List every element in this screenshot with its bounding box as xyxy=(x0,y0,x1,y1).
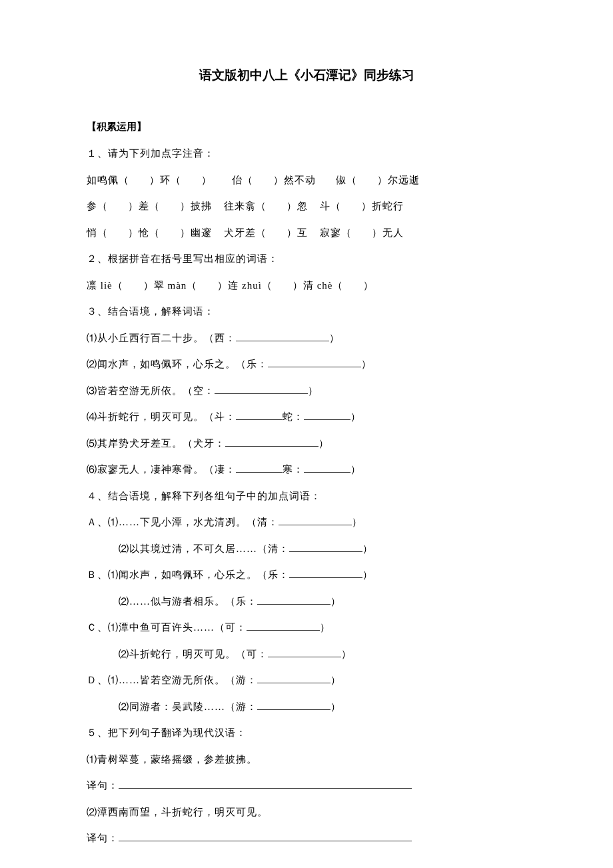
text: ）清 chè（ xyxy=(293,280,344,291)
q4-D1: Ｄ、⑴……皆若空游无所依。（游：） xyxy=(87,672,526,689)
blank[interactable] xyxy=(253,175,273,185)
text: ⑶皆若空游无所依。（空： xyxy=(87,385,215,396)
blank[interactable] xyxy=(268,357,361,367)
text: ）幽邃 xyxy=(180,227,212,238)
text: ） xyxy=(363,280,374,291)
text: ） xyxy=(361,359,372,369)
text: Ｃ、⑴潭中鱼可百许头……（可： xyxy=(87,622,247,633)
text: ）忽 xyxy=(287,201,308,211)
blank[interactable] xyxy=(268,647,341,657)
q2-line1: 凛 liè（ ）翠 màn（ ）连 zhuì（ ）清 chè（ ） xyxy=(87,277,526,295)
text: 往来翕（ xyxy=(224,201,267,211)
blank[interactable] xyxy=(289,542,362,552)
text: 犬牙差（ xyxy=(224,227,267,238)
blank[interactable] xyxy=(247,621,320,631)
text: 寂寥（ xyxy=(320,227,352,238)
text: ） xyxy=(329,333,340,343)
text: ）无人 xyxy=(372,227,404,238)
text: 参（ xyxy=(87,201,108,211)
text: ⑵……似与游者相乐。（乐： xyxy=(119,596,257,607)
text: ）环（ xyxy=(149,175,181,185)
blank[interactable] xyxy=(279,515,352,525)
blank[interactable] xyxy=(236,331,329,341)
blank[interactable] xyxy=(257,595,330,605)
q3-item2: ⑵闻水声，如鸣佩环，心乐之。（乐：） xyxy=(87,356,526,373)
q1-line2: 参（ ）差（ ）披拂往来翕（ ）忽斗（ ）折蛇行 xyxy=(87,198,526,215)
text: ） xyxy=(352,517,362,527)
q3-prompt: ３、结合语境，解释词语： xyxy=(87,303,526,321)
q5-item2: ⑵潭西南而望，斗折蛇行，明灭可见。 xyxy=(87,804,526,821)
blank[interactable] xyxy=(267,201,287,211)
q4-D2: ⑵同游者：吴武陵……（游：） xyxy=(87,699,526,716)
blank[interactable] xyxy=(236,463,283,473)
q5-trans2: 译句： xyxy=(87,830,526,847)
blank[interactable] xyxy=(304,410,350,420)
blank[interactable] xyxy=(257,700,330,710)
text: ）然不动 xyxy=(273,175,316,185)
text: ⑴从小丘西行百二十步。（西： xyxy=(87,333,236,343)
text: ）折蛇行 xyxy=(361,201,404,211)
q4-A1: Ａ、⑴……下见小潭，水尤清冽。（清：） xyxy=(87,514,526,531)
text: ） xyxy=(318,438,329,449)
blank[interactable] xyxy=(108,201,128,211)
text: ） xyxy=(201,175,212,185)
section-header-1: 【积累运用】 xyxy=(87,121,526,133)
q3-item5: ⑸其岸势犬牙差互。（犬牙：） xyxy=(87,435,526,453)
text: 佁（ xyxy=(232,175,253,185)
blank[interactable] xyxy=(119,831,412,841)
text: ） xyxy=(362,543,373,554)
text: ） xyxy=(330,701,341,712)
blank[interactable] xyxy=(225,437,318,447)
blank[interactable] xyxy=(304,463,350,473)
q4-B2: ⑵……似与游者相乐。（乐：） xyxy=(87,593,526,611)
text: ） xyxy=(320,622,330,633)
blank[interactable] xyxy=(129,175,149,185)
text: ⑵同游者：吴武陵……（游： xyxy=(119,701,257,712)
q4-A2: ⑵以其境过清，不可久居……（清：） xyxy=(87,541,526,558)
text: 如鸣佩（ xyxy=(87,175,129,185)
blank[interactable] xyxy=(343,280,363,291)
blank[interactable] xyxy=(273,280,293,291)
q5-trans1: 译句： xyxy=(87,777,526,795)
text: ⑵闻水声，如鸣佩环，心乐之。（乐： xyxy=(87,359,268,369)
blank[interactable] xyxy=(181,175,201,185)
blank[interactable] xyxy=(119,779,412,789)
blank[interactable] xyxy=(215,384,308,394)
trans-label: 译句： xyxy=(87,833,119,843)
text: ） xyxy=(341,649,352,659)
blank[interactable] xyxy=(160,227,180,238)
blank[interactable] xyxy=(257,673,330,683)
blank[interactable] xyxy=(236,410,283,420)
q5-prompt: ５、把下列句子翻译为现代汉语： xyxy=(87,725,526,742)
blank[interactable] xyxy=(160,201,180,211)
text: ⑷斗折蛇行，明灭可见。（斗： xyxy=(87,411,236,422)
text: 蛇： xyxy=(283,411,304,422)
blank[interactable] xyxy=(123,280,143,291)
q4-C1: Ｃ、⑴潭中鱼可百许头……（可：） xyxy=(87,619,526,637)
text: 凛 liè（ xyxy=(87,280,123,291)
blank[interactable] xyxy=(108,227,128,238)
blank[interactable] xyxy=(357,175,377,185)
text: ） xyxy=(362,569,373,580)
text: ⑵斗折蛇行，明灭可见。（可： xyxy=(119,649,268,659)
q1-line3: 悄（ ）怆（ ）幽邃犬牙差（ ）互寂寥（ ）无人 xyxy=(87,225,526,242)
text: ） xyxy=(350,411,361,422)
q3-item4: ⑷斗折蛇行，明灭可见。（斗：蛇：） xyxy=(87,409,526,426)
blank[interactable] xyxy=(267,227,287,238)
q1-line1: 如鸣佩（ ）环（ ）佁（ ）然不动俶（ ）尔远逝 xyxy=(87,172,526,189)
trans-label: 译句： xyxy=(87,780,119,791)
text: ） xyxy=(330,675,341,685)
text: ）差（ xyxy=(128,201,160,211)
text: ⑹寂寥无人，凄神寒骨。（凄： xyxy=(87,464,236,475)
text: ）互 xyxy=(287,227,308,238)
q3-item3: ⑶皆若空游无所依。（空：） xyxy=(87,383,526,400)
blank[interactable] xyxy=(352,227,372,238)
doc-title: 语文版初中八上《小石潭记》同步练习 xyxy=(87,67,526,84)
q4-B1: Ｂ、⑴闻水声，如鸣佩环，心乐之。（乐：） xyxy=(87,567,526,584)
blank[interactable] xyxy=(289,568,362,578)
q5-item1: ⑴青树翠蔓，蒙络摇缀，参差披拂。 xyxy=(87,751,526,769)
blank[interactable] xyxy=(197,280,217,291)
q1-prompt: １、请为下列加点字注音： xyxy=(87,145,526,163)
text: ）怆（ xyxy=(128,227,160,238)
blank[interactable] xyxy=(341,201,361,211)
